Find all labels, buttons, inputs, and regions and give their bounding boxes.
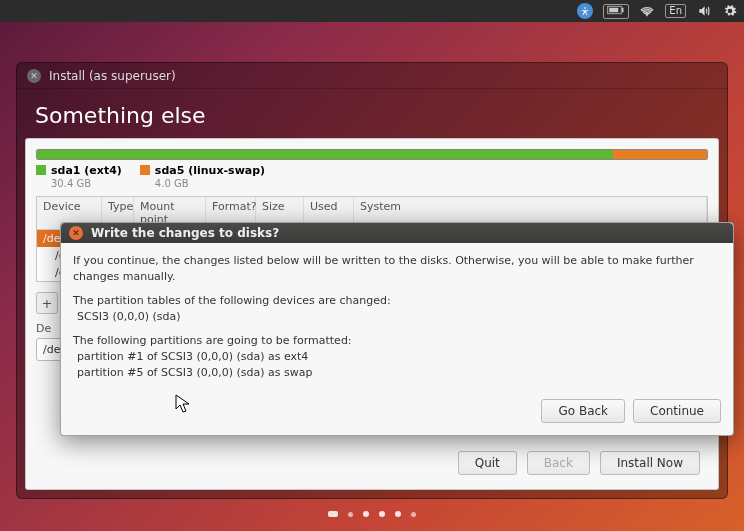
dialog-device-item: SCSI3 (0,0,0) (sda) [77,310,181,323]
add-partition-button[interactable]: + [36,292,58,314]
dialog-buttons: Go Back Continue [61,399,733,435]
dot [395,511,401,517]
legend-size: 30.4 GB [51,178,91,189]
window-close-icon[interactable]: ✕ [27,69,41,83]
svg-rect-3 [610,7,619,12]
progress-dots [0,507,744,521]
legend-size: 4.0 GB [155,178,189,189]
dot [411,512,416,517]
dialog-format-item: partition #1 of SCSI3 (0,0,0) (sda) as e… [77,350,308,363]
install-now-button[interactable]: Install Now [600,451,700,475]
back-button[interactable]: Back [527,451,590,475]
battery-icon[interactable] [603,4,629,19]
dot [348,512,353,517]
page-title: Something else [17,89,727,138]
legend-swatch-orange [140,165,150,175]
keyboard-layout-indicator[interactable]: En [665,4,686,18]
dot [379,511,385,517]
legend-label: sda1 (ext4) [51,164,122,177]
dialog-titlebar: ✕ Write the changes to disks? [61,223,733,243]
network-icon[interactable] [639,3,655,19]
disk-usage-bar [36,149,708,160]
dialog-format-item: partition #5 of SCSI3 (0,0,0) (sda) as s… [77,366,312,379]
dialog-format-heading: The following partitions are going to be… [73,334,352,347]
legend-item-sda1: sda1 (ext4) 30.4 GB [36,164,122,190]
continue-button[interactable]: Continue [633,399,721,423]
mouse-cursor-icon [175,394,191,418]
disk-segment-sda5 [613,150,707,159]
dialog-close-icon[interactable]: ✕ [69,226,83,240]
dialog-devices-heading: The partition tables of the following de… [73,294,391,307]
settings-gear-icon[interactable] [722,3,738,19]
dialog-title: Write the changes to disks? [91,226,279,240]
dialog-body: If you continue, the changes listed belo… [61,243,733,399]
quit-button[interactable]: Quit [458,451,517,475]
window-titlebar: ✕ Install (as superuser) [17,63,727,89]
nav-buttons: Quit Back Install Now [458,451,700,475]
accessibility-icon[interactable] [577,3,593,19]
window-title: Install (as superuser) [49,69,176,83]
go-back-button[interactable]: Go Back [541,399,625,423]
svg-point-0 [585,7,587,9]
disk-legend: sda1 (ext4) 30.4 GB sda5 (linux-swap) 4.… [36,164,708,190]
dot [363,511,369,517]
legend-item-sda5: sda5 (linux-swap) 4.0 GB [140,164,265,190]
dialog-warning-text: If you continue, the changes listed belo… [73,253,721,285]
dot [328,511,338,517]
legend-swatch-green [36,165,46,175]
legend-label: sda5 (linux-swap) [155,164,265,177]
volume-icon[interactable] [696,3,712,19]
confirm-dialog: ✕ Write the changes to disks? If you con… [60,222,734,436]
system-menubar: En [0,0,744,22]
disk-segment-sda1 [37,150,613,159]
svg-rect-2 [622,7,624,12]
